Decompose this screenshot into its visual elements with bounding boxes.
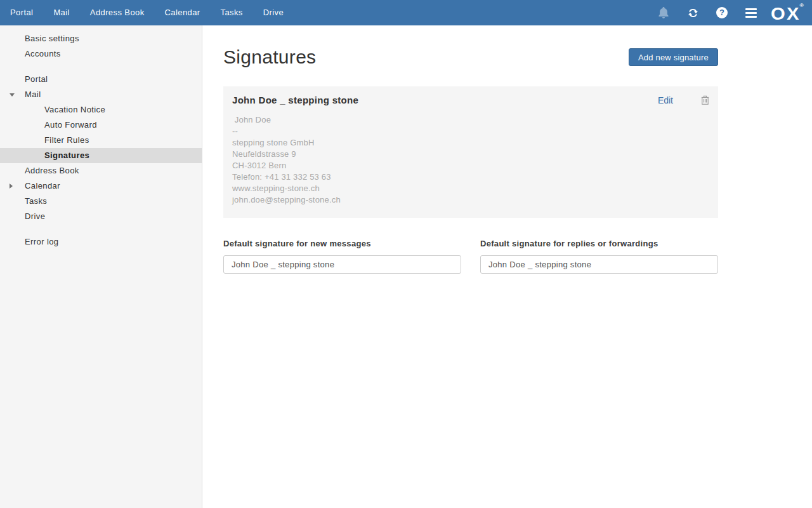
nav-item-calendar[interactable]: Calendar (155, 0, 211, 25)
sidebar-item-basic-settings[interactable]: Basic settings (0, 31, 202, 46)
signature-line: john.doe@stepping-stone.ch (232, 194, 709, 206)
sidebar-item-vacation-notice[interactable]: Vacation Notice (0, 102, 202, 117)
signature-line: Telefon: +41 31 332 53 63 (232, 171, 709, 183)
topbar-actions: ? OX® (649, 0, 812, 25)
refresh-icon[interactable] (678, 0, 707, 25)
sidebar-item-address-book[interactable]: Address Book (0, 163, 202, 178)
delete-signature-trash-icon[interactable] (701, 95, 709, 105)
sidebar-item-portal[interactable]: Portal (0, 72, 202, 87)
sidebar-item-signatures[interactable]: Signatures (0, 148, 202, 163)
nav-item-mail[interactable]: Mail (43, 0, 79, 25)
default-replies-label: Default signature for replies or forward… (480, 239, 718, 249)
signature-line: -- (232, 126, 709, 137)
signature-line: John Doe (232, 114, 709, 126)
sidebar-item-drive[interactable]: Drive (0, 209, 202, 224)
help-icon[interactable]: ? (707, 0, 737, 25)
sidebar-item-error-log[interactable]: Error log (0, 234, 202, 250)
signature-card: John Doe _ stepping stone Edit John Doe … (223, 86, 718, 218)
nav-item-address-book[interactable]: Address Book (80, 0, 155, 25)
caret-right-icon[interactable] (10, 184, 13, 189)
default-new-messages-select[interactable]: John Doe _ stepping stone (223, 255, 461, 274)
signature-preview: John Doe -- stepping stone GmbH Neufelds… (232, 114, 709, 206)
add-new-signature-button[interactable]: Add new signature (629, 48, 718, 66)
nav-item-portal[interactable]: Portal (0, 0, 43, 25)
ox-logo: OX® (771, 0, 804, 27)
edit-signature-link[interactable]: Edit (658, 95, 673, 105)
sidebar-item-label: Mail (25, 90, 41, 99)
sidebar-item-calendar[interactable]: Calendar (0, 178, 202, 194)
menu-hamburger-icon[interactable] (737, 0, 766, 25)
sidebar-item-auto-forward[interactable]: Auto Forward (0, 117, 202, 133)
caret-down-icon[interactable] (10, 93, 15, 97)
nav-item-drive[interactable]: Drive (253, 0, 294, 25)
sidebar-item-mail[interactable]: Mail (0, 87, 202, 102)
signature-line: Neufeldstrasse 9 (232, 149, 709, 160)
sidebar-item-accounts[interactable]: Accounts (0, 46, 202, 62)
sidebar-item-tasks[interactable]: Tasks (0, 194, 202, 209)
default-replies-select[interactable]: John Doe _ stepping stone (480, 255, 718, 274)
app-launcher-nav: Portal Mail Address Book Calendar Tasks … (0, 0, 294, 25)
notifications-bell-icon[interactable] (649, 0, 678, 25)
page-title: Signatures (223, 44, 316, 70)
signature-line: CH-3012 Bern (232, 160, 709, 171)
signature-name: John Doe _ stepping stone (232, 95, 658, 105)
nav-item-tasks[interactable]: Tasks (211, 0, 253, 25)
sidebar-item-filter-rules[interactable]: Filter Rules (0, 133, 202, 148)
sidebar-item-label: Calendar (25, 181, 60, 190)
default-new-messages-label: Default signature for new messages (223, 239, 461, 249)
topbar: Portal Mail Address Book Calendar Tasks … (0, 0, 812, 25)
signature-line: www.stepping-stone.ch (232, 183, 709, 194)
settings-sidebar: Basic settings Accounts Portal Mail Vaca… (0, 25, 202, 508)
settings-main-pane: Signatures Add new signature John Doe _ … (203, 25, 812, 508)
signature-line: stepping stone GmbH (232, 137, 709, 149)
registered-mark: ® (799, 3, 803, 8)
